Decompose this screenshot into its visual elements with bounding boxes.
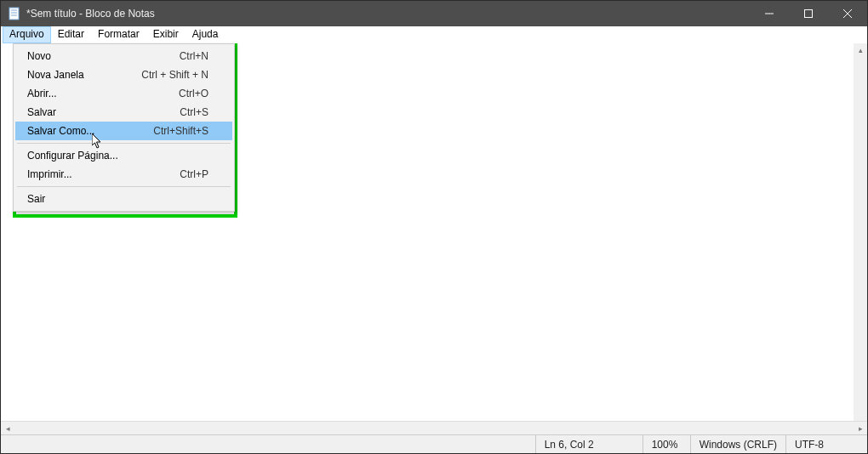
menu-item-label: Configurar Página... — [27, 150, 118, 162]
scroll-right-arrow[interactable]: ▸ — [854, 422, 867, 435]
status-position: Ln 6, Col 2 — [535, 435, 642, 453]
menu-item-salvar-como[interactable]: Salvar Como... Ctrl+Shift+S — [15, 122, 232, 140]
menu-item-abrir[interactable]: Abrir... Ctrl+O — [15, 84, 232, 103]
menu-item-label: Abrir... — [27, 88, 57, 99]
menu-item-label: Novo — [27, 50, 51, 62]
maximize-button[interactable] — [789, 1, 828, 26]
scroll-left-arrow[interactable]: ◂ — [1, 422, 14, 435]
menu-item-label: Imprimir... — [27, 168, 72, 180]
menu-item-shortcut: Ctrl+S — [180, 106, 208, 118]
minimize-button[interactable] — [750, 1, 789, 26]
menu-item-label: Sair — [27, 193, 45, 205]
status-bar: Ln 6, Col 2 100% Windows (CRLF) UTF-8 — [1, 434, 867, 453]
menu-item-novo[interactable]: Novo Ctrl+N — [15, 47, 232, 65]
status-line-ending: Windows (CRLF) — [690, 435, 785, 453]
menu-item-label: Salvar Como... — [27, 125, 94, 137]
app-icon — [8, 7, 21, 20]
window-title: *Sem título - Bloco de Notas — [26, 8, 750, 20]
menu-item-salvar[interactable]: Salvar Ctrl+S — [15, 103, 232, 122]
menu-item-shortcut: Ctrl+P — [180, 168, 208, 180]
horizontal-scrollbar[interactable]: ◂ ▸ — [1, 421, 867, 434]
status-zoom: 100% — [642, 435, 690, 453]
menu-item-shortcut: Ctrl+Shift+S — [153, 125, 208, 137]
status-encoding: UTF-8 — [785, 435, 867, 453]
close-button[interactable] — [828, 1, 867, 26]
arquivo-dropdown: Novo Ctrl+N Nova Janela Ctrl + Shift + N… — [13, 43, 235, 212]
title-bar[interactable]: *Sem título - Bloco de Notas — [1, 1, 867, 26]
menu-separator — [17, 186, 231, 187]
menu-item-shortcut: Ctrl+N — [180, 50, 208, 62]
menu-item-label: Salvar — [27, 106, 56, 118]
menu-item-shortcut: Ctrl + Shift + N — [141, 69, 208, 81]
svg-rect-5 — [805, 10, 813, 18]
vertical-scrollbar[interactable]: ▴ — [854, 43, 867, 421]
menu-ajuda[interactable]: Ajuda — [186, 26, 226, 43]
menu-editar[interactable]: Editar — [51, 26, 91, 43]
menu-formatar[interactable]: Formatar — [91, 26, 146, 43]
menu-item-imprimir[interactable]: Imprimir... Ctrl+P — [15, 165, 232, 184]
menu-item-label: Nova Janela — [27, 69, 84, 81]
menu-item-sair[interactable]: Sair — [15, 190, 232, 208]
menu-item-shortcut: Ctrl+O — [179, 88, 208, 99]
scroll-up-arrow[interactable]: ▴ — [854, 43, 867, 57]
svg-rect-0 — [9, 8, 19, 20]
menu-separator — [17, 143, 231, 144]
menu-bar: Arquivo Editar Formatar Exibir Ajuda — [1, 26, 867, 43]
menu-exibir[interactable]: Exibir — [146, 26, 186, 43]
menu-item-nova-janela[interactable]: Nova Janela Ctrl + Shift + N — [15, 65, 232, 84]
menu-arquivo[interactable]: Arquivo — [3, 26, 51, 43]
menu-item-configurar-pagina[interactable]: Configurar Página... — [15, 146, 232, 165]
